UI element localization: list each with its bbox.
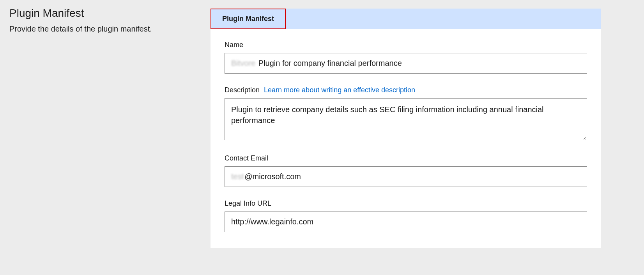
contact-email-prefix: test — [231, 172, 244, 181]
legal-info-url-label: Legal Info URL — [225, 199, 587, 208]
description-textarea[interactable] — [225, 98, 587, 140]
name-input-text: Plugin for company financial performance — [256, 59, 402, 67]
page-subtitle: Provide the details of the plugin manife… — [9, 23, 201, 35]
tab-header: Plugin Manifest — [211, 9, 601, 29]
tab-plugin-manifest[interactable]: Plugin Manifest — [211, 9, 286, 29]
description-label: Description Learn more about writing an … — [225, 86, 587, 94]
contact-email-input[interactable]: test@microsoft.com — [225, 166, 587, 187]
name-input-prefix: Bitvore — [231, 59, 255, 67]
name-input[interactable]: Bitvore Plugin for company financial per… — [225, 53, 587, 74]
page-title: Plugin Manifest — [9, 7, 201, 19]
legal-info-url-text: http://www.legainfo.com — [231, 217, 313, 226]
description-label-text: Description — [225, 86, 260, 94]
contact-email-label: Contact Email — [225, 154, 587, 162]
name-label: Name — [225, 41, 587, 49]
contact-email-text: @microsoft.com — [244, 172, 301, 181]
legal-info-url-input[interactable]: http://www.legainfo.com — [225, 212, 587, 232]
description-learn-more-link[interactable]: Learn more about writing an effective de… — [264, 86, 415, 94]
